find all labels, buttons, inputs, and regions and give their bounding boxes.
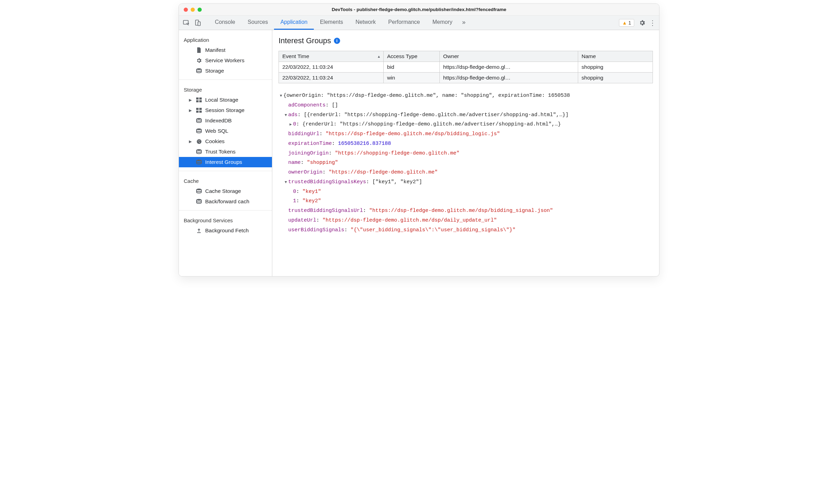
svg-point-15 xyxy=(198,140,198,141)
db-icon xyxy=(195,128,202,134)
cell-time: 22/03/2022, 11:03:24 xyxy=(279,73,384,83)
interest-group-details: ▼ {ownerOrigin: "https://dsp-fledge-demo… xyxy=(279,91,653,235)
sidebar-item-background-fetch[interactable]: Background Fetch xyxy=(179,225,272,236)
window-traffic-lights xyxy=(179,8,202,12)
cell-name: shopping xyxy=(578,62,653,73)
more-options-icon[interactable]: ⋮ xyxy=(647,18,658,28)
expand-caret-icon[interactable]: ▶ xyxy=(188,98,193,102)
sidebar-item-session-storage[interactable]: ▶Session Storage xyxy=(179,105,272,115)
sidebar-item-label: Web SQL xyxy=(205,128,228,134)
tab-elements[interactable]: Elements xyxy=(314,16,349,30)
svg-point-19 xyxy=(197,160,201,161)
window-close-dot[interactable] xyxy=(184,8,188,12)
sort-asc-icon: ▴ xyxy=(378,54,380,59)
tab-console[interactable]: Console xyxy=(209,16,242,30)
sidebar-section-title: Application xyxy=(179,34,272,45)
sidebar-item-label: Interest Groups xyxy=(205,159,242,165)
tabs-overflow[interactable]: » xyxy=(458,19,469,27)
panel-tabs: ConsoleSourcesApplicationElementsNetwork… xyxy=(209,16,458,30)
tab-performance[interactable]: Performance xyxy=(382,16,426,30)
window-minimize-dot[interactable] xyxy=(191,8,195,12)
db-icon xyxy=(195,118,202,123)
info-icon[interactable]: i xyxy=(334,38,340,44)
window-zoom-dot[interactable] xyxy=(198,8,202,12)
cell-name: shopping xyxy=(578,73,653,83)
column-header-event-time[interactable]: Event Time▴ xyxy=(279,51,384,62)
sidebar-item-label: IndexedDB xyxy=(205,118,232,124)
sidebar-item-label: Service Workers xyxy=(205,57,244,64)
svg-rect-22 xyxy=(197,232,201,233)
column-header-name[interactable]: Name xyxy=(578,51,653,62)
sidebar-item-cache-storage[interactable]: Cache Storage xyxy=(179,186,272,196)
settings-gear-icon[interactable] xyxy=(637,18,647,28)
upload-icon xyxy=(195,228,202,233)
window-title: DevTools - publisher-fledge-demo.glitch.… xyxy=(179,7,659,12)
warning-count: 1 xyxy=(628,20,631,26)
grid-icon xyxy=(195,97,202,102)
sidebar-item-trust-tokens[interactable]: Trust Tokens xyxy=(179,147,272,157)
grid-icon xyxy=(195,108,202,113)
expand-caret-icon[interactable]: ▼ xyxy=(283,112,288,119)
cell-owner: https://dsp-fledge-demo.gl… xyxy=(439,62,578,73)
sidebar-item-interest-groups[interactable]: Interest Groups xyxy=(179,157,272,167)
svg-rect-11 xyxy=(199,111,202,113)
sidebar-item-label: Manifest xyxy=(205,47,226,53)
column-header-access-type[interactable]: Access Type xyxy=(383,51,439,62)
svg-point-12 xyxy=(197,118,201,120)
inspect-element-icon[interactable] xyxy=(180,17,192,29)
tab-sources[interactable]: Sources xyxy=(242,16,274,30)
expand-caret-icon[interactable]: ▼ xyxy=(283,179,288,186)
tree-tbsk[interactable]: ▼trustedBiddingSignalsKeys: ["key1", "ke… xyxy=(279,177,653,187)
sidebar-item-cookies[interactable]: ▶Cookies xyxy=(179,136,272,147)
svg-rect-4 xyxy=(196,97,199,100)
sidebar-section-title: Background Services xyxy=(179,214,272,225)
file-icon xyxy=(195,47,202,53)
table-row[interactable]: 22/03/2022, 11:03:24winhttps://dsp-fledg… xyxy=(279,73,653,83)
tab-network[interactable]: Network xyxy=(349,16,382,30)
sidebar-item-local-storage[interactable]: ▶Local Storage xyxy=(179,95,272,105)
db-icon xyxy=(195,149,202,155)
expand-caret-icon[interactable]: ▼ xyxy=(279,92,283,99)
cookie-icon xyxy=(195,139,202,144)
expand-caret-icon[interactable]: ▶ xyxy=(188,139,193,144)
svg-rect-6 xyxy=(196,100,199,102)
svg-point-18 xyxy=(197,149,201,151)
interest-groups-table: Event Time▴Access TypeOwnerName 22/03/20… xyxy=(279,51,653,83)
sidebar-item-indexeddb[interactable]: IndexedDB xyxy=(179,115,272,126)
tab-application[interactable]: Application xyxy=(274,16,313,30)
svg-rect-0 xyxy=(183,20,188,24)
sidebar-item-service-workers[interactable]: Service Workers xyxy=(179,55,272,66)
issues-warning-badge[interactable]: ▲ 1 xyxy=(619,19,634,27)
table-row[interactable]: 22/03/2022, 11:03:24bidhttps://dsp-fledg… xyxy=(279,62,653,73)
expand-caret-icon[interactable]: ▶ xyxy=(288,121,293,128)
sidebar-item-back-forward-cach[interactable]: Back/forward cach xyxy=(179,196,272,207)
sidebar-item-web-sql[interactable]: Web SQL xyxy=(179,126,272,136)
tree-root[interactable]: ▼ {ownerOrigin: "https://dsp-fledge-demo… xyxy=(279,91,653,101)
column-header-owner[interactable]: Owner xyxy=(439,51,578,62)
gear-icon xyxy=(195,57,202,64)
devtools-tabstrip: ConsoleSourcesApplicationElementsNetwork… xyxy=(179,16,659,30)
expand-caret-icon[interactable]: ▶ xyxy=(188,108,193,113)
interest-groups-panel: Interest Groups i Event Time▴Access Type… xyxy=(272,30,659,276)
sidebar-item-label: Storage xyxy=(205,68,224,74)
tab-memory[interactable]: Memory xyxy=(426,16,459,30)
sidebar-item-manifest[interactable]: Manifest xyxy=(179,45,272,55)
svg-point-14 xyxy=(197,139,201,144)
warning-icon: ▲ xyxy=(622,20,627,26)
svg-point-17 xyxy=(199,142,200,143)
db-icon xyxy=(195,68,202,74)
sidebar-item-label: Back/forward cach xyxy=(205,198,249,205)
device-toolbar-icon[interactable] xyxy=(192,17,204,29)
tree-ads[interactable]: ▼ads: [{renderUrl: "https://shopping-fle… xyxy=(279,110,653,120)
svg-point-21 xyxy=(197,199,201,201)
svg-point-3 xyxy=(197,68,201,70)
svg-rect-10 xyxy=(196,111,199,113)
tree-ads-0[interactable]: ▶0: {renderUrl: "https://shopping-fledge… xyxy=(279,120,653,129)
application-sidebar: ApplicationManifestService WorkersStorag… xyxy=(179,30,272,276)
cell-type: bid xyxy=(383,62,439,73)
window-titlebar: DevTools - publisher-fledge-demo.glitch.… xyxy=(179,4,659,16)
svg-rect-2 xyxy=(198,22,200,26)
sidebar-item-label: Session Storage xyxy=(205,107,245,113)
cell-owner: https://dsp-fledge-demo.gl… xyxy=(439,73,578,83)
sidebar-item-storage[interactable]: Storage xyxy=(179,66,272,76)
